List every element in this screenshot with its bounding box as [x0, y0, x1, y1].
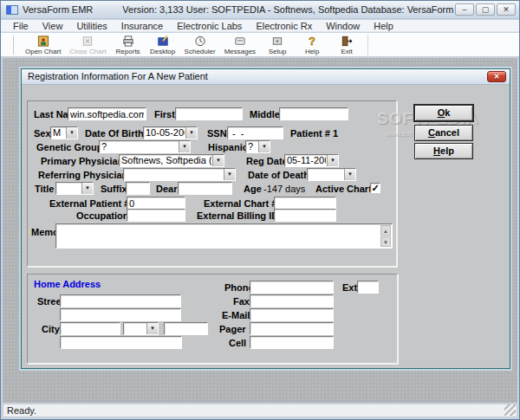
close-button[interactable]: ✕ [497, 3, 516, 16]
chevron-down-icon[interactable]: ▼ [212, 155, 224, 166]
registration-dialog: Registration Information For A New Patie… [21, 68, 510, 369]
pager-input[interactable] [250, 322, 334, 335]
resize-grip-icon[interactable] [504, 404, 516, 416]
fax-label: Fax [233, 296, 250, 307]
pager-label: Pager [219, 324, 246, 334]
dialog-close-icon[interactable]: ✕ [487, 71, 506, 82]
help-button[interactable]: ? Help [295, 34, 329, 56]
zip-input[interactable] [164, 322, 208, 335]
ok-button[interactable]: Ok [414, 105, 473, 121]
first-name-input[interactable] [175, 107, 243, 120]
status-text: Ready. [7, 405, 36, 416]
external-chart-input[interactable] [274, 197, 336, 210]
referring-physician-select[interactable]: ▼ [123, 168, 236, 181]
sex-select[interactable]: M ▼ [50, 126, 78, 139]
messages-button[interactable]: Messages [220, 34, 260, 56]
dob-select[interactable]: 10-05-2007 ▼ [143, 126, 198, 139]
menu-help[interactable]: Help [367, 21, 400, 31]
title-bar: VersaForm EMR Version: 3,133 User: SOFTP… [1, 1, 519, 19]
close-chart-icon [81, 35, 94, 48]
menu-electronic-labs[interactable]: Electronic Labs [170, 21, 249, 31]
patient-number-label: Patient # 1 [290, 128, 338, 139]
chevron-down-icon[interactable]: ▼ [224, 169, 235, 180]
messages-icon [233, 35, 247, 48]
sex-label: Sex [34, 128, 51, 139]
external-patient-input[interactable] [127, 197, 185, 210]
city-input[interactable] [60, 322, 120, 335]
date-of-death-label: Date of Death [248, 170, 309, 180]
street-input[interactable] [60, 294, 181, 307]
active-chart-checkbox[interactable]: ✓ [370, 183, 380, 193]
home-address-title: Home Address [34, 279, 101, 289]
scheduler-clock-icon [193, 35, 207, 48]
menu-utilities[interactable]: Utilities [69, 21, 114, 31]
referring-physician-label: Referring Physician [38, 170, 127, 180]
suffix-input[interactable] [126, 182, 150, 195]
ext-input[interactable] [357, 281, 379, 294]
last-name-input[interactable] [68, 107, 146, 120]
reg-date-select[interactable]: 05-11-2007 ▼ [284, 154, 339, 167]
menu-window[interactable]: Window [319, 21, 367, 31]
scroll-up-icon[interactable]: ▲ [380, 225, 391, 236]
occupation-input[interactable] [127, 209, 185, 222]
cancel-button[interactable]: Cancel [414, 125, 473, 141]
hispanic-select[interactable]: ? ▼ [245, 140, 270, 153]
reports-button[interactable]: Reports [111, 34, 146, 56]
maximize-button[interactable]: ▢ [476, 3, 495, 16]
external-billing-label: External Billing ID [197, 210, 278, 221]
chevron-down-icon[interactable]: ▼ [258, 141, 270, 152]
external-billing-input[interactable] [274, 209, 336, 222]
chevron-down-icon[interactable]: ▼ [344, 169, 355, 180]
scroll-down-icon[interactable]: ▼ [380, 236, 391, 247]
app-icon [6, 5, 18, 15]
primary-physician-select[interactable]: Softnews, Softpedia (softpedi ▼ [119, 154, 224, 167]
chevron-down-icon[interactable]: ▼ [66, 127, 77, 139]
ssn-label: SSN [207, 128, 227, 139]
active-chart-label: Active Chart [315, 184, 372, 194]
street-line2-input[interactable] [60, 308, 181, 321]
chevron-down-icon[interactable]: ▼ [179, 141, 190, 152]
dear-input[interactable] [178, 182, 232, 195]
date-of-death-select[interactable]: ▼ [307, 168, 356, 181]
minimize-button[interactable]: – [455, 3, 474, 16]
help-dialog-button[interactable]: Help [414, 143, 473, 159]
dear-label: Dear [156, 184, 177, 194]
chevron-down-icon[interactable]: ▼ [146, 323, 158, 334]
memo-scrollbar[interactable]: ▲ ▼ [380, 225, 391, 247]
desktop-button[interactable]: Desktop [146, 34, 180, 56]
memo-label: Memo [31, 227, 59, 237]
dialog-title: Registration Information For A New Patie… [28, 71, 208, 81]
menu-file[interactable]: File [6, 21, 36, 31]
fax-input[interactable] [250, 294, 334, 307]
scheduler-button[interactable]: Scheduler [180, 34, 220, 56]
toolbar-separator [367, 35, 368, 55]
chevron-down-icon[interactable]: ▼ [327, 155, 338, 166]
exit-button[interactable]: Exit [329, 34, 364, 56]
menu-bar: File View Utilities Insurance Electronic… [1, 20, 519, 32]
dialog-title-bar[interactable]: Registration Information For A New Patie… [22, 69, 510, 85]
home-address-panel: Home Address Phone Ext Street Fax E-Mail… [27, 274, 398, 364]
exit-door-icon [340, 35, 354, 48]
chevron-down-icon[interactable]: ▼ [185, 127, 197, 139]
menu-insurance[interactable]: Insurance [114, 21, 170, 31]
suffix-label: Suffix [101, 184, 127, 194]
age-label: Age [244, 184, 262, 194]
menu-view[interactable]: View [36, 21, 70, 31]
email-label: E-Mail [222, 310, 250, 320]
state-select[interactable]: ▼ [123, 322, 159, 335]
middle-name-input[interactable] [279, 107, 348, 120]
email-input[interactable] [250, 308, 334, 321]
phone-input[interactable] [250, 281, 334, 294]
external-chart-label: External Chart # [204, 198, 276, 209]
open-chart-button[interactable]: Open Chart [21, 34, 65, 56]
menu-electronic-rx[interactable]: Electronic Rx [249, 21, 319, 31]
memo-textarea[interactable]: ▲ ▼ [55, 223, 393, 249]
chevron-down-icon[interactable]: ▼ [81, 183, 93, 194]
address-line4-input[interactable] [60, 336, 182, 349]
toolbar-grip[interactable] [11, 36, 14, 55]
ssn-input[interactable] [227, 126, 283, 139]
title-select[interactable]: ▼ [55, 182, 94, 195]
genetic-group-select[interactable]: ? ▼ [99, 140, 191, 153]
setup-button[interactable]: Setup [260, 34, 295, 56]
cell-input[interactable] [250, 336, 334, 349]
